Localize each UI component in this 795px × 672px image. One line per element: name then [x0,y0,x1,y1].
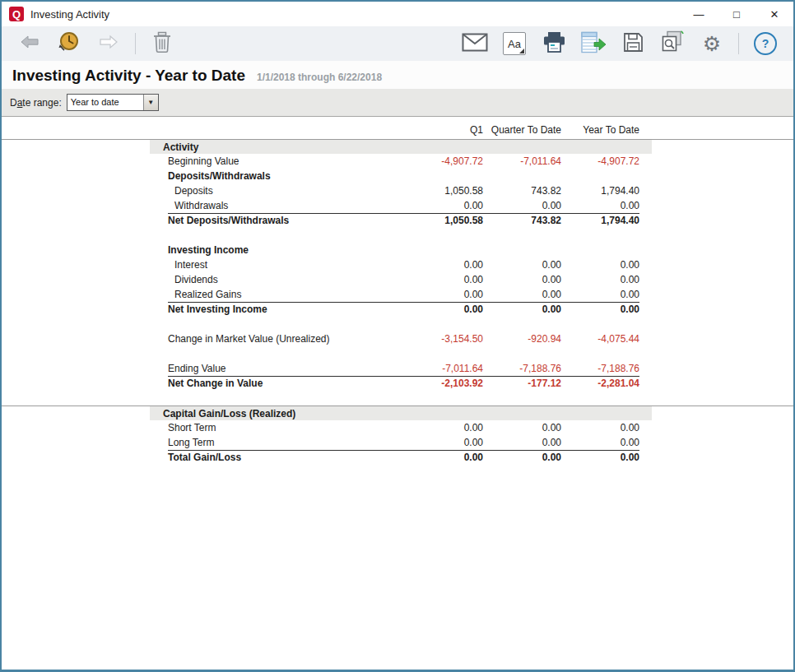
save-button[interactable] [618,29,648,58]
fonts-aa-icon: Aa [503,32,526,55]
row-label: Withdrawals [150,200,405,211]
fonts-button[interactable]: Aa [500,29,529,58]
column-header-q1: Q1 [405,124,483,136]
value-cell: 0.00 [483,452,561,463]
row-label: Dividends [150,274,405,285]
settings-button[interactable]: ⚙ [697,29,727,58]
value-cell: 743.82 [483,185,561,197]
value-cell: 0.00 [405,437,483,448]
row-label: Realized Gains [150,289,405,300]
row-label: Long Term [150,437,405,448]
table-row: Realized Gains0.000.000.00 [150,287,652,302]
preview-report-button[interactable] [658,29,687,58]
maximize-button[interactable]: □ [718,2,755,26]
value-cell: 0.00 [483,289,561,300]
value-cell: -7,188.76 [483,363,561,374]
spacer-row [150,346,652,361]
report-date-range-text: 1/1/2018 through 6/22/2018 [257,72,382,83]
value-cell: 1,050.58 [405,185,483,197]
value-cell: 0.00 [561,259,639,271]
row-label: Deposits [150,185,405,197]
minimize-button[interactable]: — [680,2,718,26]
row-label: Short Term [150,422,405,433]
value-cell: -4,907.72 [405,155,483,167]
close-button[interactable]: ✕ [755,2,793,26]
row-label: Net Investing Income [150,304,405,315]
email-report-button[interactable] [460,29,490,58]
spacer-row [150,228,652,243]
value-cell: -4,075.44 [561,333,639,345]
column-header-quarter-to-date: Quarter To Date [483,124,561,136]
table-row: Withdrawals0.000.000.00 [150,198,652,213]
value-cell: -7,188.76 [561,363,639,374]
value-cell: 0.00 [405,304,483,315]
spacer-row [150,317,652,331]
date-range-selected-value: Year to date [67,95,143,110]
value-cell: 0.00 [483,200,561,211]
value-cell: -2,281.04 [561,378,639,389]
value-cell: 0.00 [561,304,639,315]
table-row: Long Term0.000.000.00 [150,435,652,450]
quicken-logo-icon: Q [9,7,24,21]
row-label: Deposits/Withdrawals [150,170,639,182]
row-label: Net Change in Value [150,378,405,389]
forward-button[interactable] [94,29,123,58]
report-header: Investing Activity - Year to Date 1/1/20… [2,61,793,89]
table-row: Net Investing Income0.000.000.00 [150,302,652,317]
report-preview-icon [660,30,685,58]
table-row: Deposits1,050.58743.821,794.40 [150,183,652,198]
toolbar-separator [738,33,739,54]
section-title: Capital Gain/Loss (Realized) [150,406,652,420]
value-cell: 0.00 [405,289,483,300]
envelope-icon [462,33,488,55]
delete-button[interactable] [147,29,177,58]
report-table: Q1 Quarter To Date Year To Date Activity… [2,117,793,670]
title-bar: Q Investing Activity — □ ✕ [2,2,793,26]
export-button[interactable] [579,29,608,58]
date-range-label: Date range: [10,97,62,109]
table-row: Net Change in Value-2,103.92-177.12-2,28… [150,376,652,391]
value-cell: 0.00 [405,200,483,211]
value-cell: 1,794.40 [561,185,639,197]
value-cell: -7,011.64 [483,155,561,167]
row-label: Change in Market Value (Unrealized) [150,333,405,345]
history-button[interactable] [54,29,84,58]
value-cell: -920.94 [483,333,561,345]
value-cell: -3,154.50 [405,333,483,345]
row-label: Interest [150,259,405,271]
section-header: Activity [2,139,793,154]
value-cell: 0.00 [405,259,483,271]
table-row: Deposits/Withdrawals [150,169,652,183]
row-label: Total Gain/Loss [150,452,405,463]
date-range-dropdown[interactable]: Year to date ▼ [67,94,159,111]
print-button[interactable] [539,29,569,58]
value-cell: -177.12 [483,378,561,389]
row-label: Ending Value [150,363,405,374]
toolbar: Aa [2,26,793,61]
back-button[interactable] [15,29,44,58]
printer-icon [542,31,566,57]
value-cell: 0.00 [483,422,561,433]
table-row: Ending Value-7,011.64-7,188.76-7,188.76 [150,361,652,376]
value-cell: -4,907.72 [561,155,639,167]
value-cell: 0.00 [483,437,561,448]
history-clock-icon [57,30,81,58]
trash-icon [151,30,173,57]
table-row: Change in Market Value (Unrealized)-3,15… [150,331,652,346]
value-cell: 0.00 [405,452,483,463]
back-arrow-icon [19,34,40,53]
column-header-year-to-date: Year To Date [561,124,639,136]
page-title: Investing Activity - Year to Date [12,67,245,85]
value-cell: 0.00 [483,304,561,315]
table-row: Dividends0.000.000.00 [150,272,652,287]
app-window: Q Investing Activity — □ ✕ [0,0,795,672]
value-cell: 0.00 [561,437,639,448]
value-cell: 743.82 [483,215,561,226]
help-button[interactable]: ? [751,29,780,58]
save-floppy-icon [622,31,644,57]
table-row: Investing Income [150,243,652,257]
table-row: Short Term0.000.000.00 [150,420,652,435]
chevron-down-icon[interactable]: ▼ [143,95,158,110]
value-cell: 0.00 [561,200,639,211]
date-range-bar: Date range: Year to date ▼ [2,89,793,117]
